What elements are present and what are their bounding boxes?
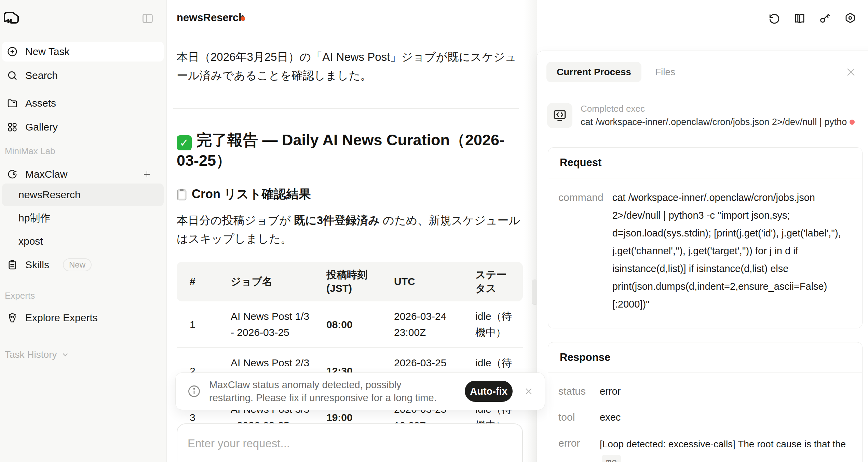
search-icon [7,70,18,81]
table-header-cell: 投稿時刻 (JST) [326,268,394,295]
table-cell: idle（待 機中） [475,308,523,340]
toast-close-icon[interactable] [524,387,533,396]
sidebar-item-label: New Task [25,46,70,57]
response-field-value: error [600,383,854,399]
process-panel: Current Process Files Completed exec cat… [537,51,868,462]
response-card: Response status error tool exec error [L… [548,342,863,462]
sidebar-item-label: Explore Experts [25,312,98,324]
error-status-dot [850,120,855,125]
sidebar-item-new-task[interactable]: New Task [2,42,164,62]
sidebar-item-label: newsReserch [18,189,81,201]
response-field-label: status [558,383,591,399]
sidebar: New Task Search Assets Gallery MiniMax L… [0,0,167,462]
claw-icon [7,169,18,180]
divider [173,108,519,109]
sidebar-item-assets[interactable]: Assets [2,93,164,113]
anomaly-toast: MaxClaw status anomaly detected, possibl… [175,372,545,410]
app-window: New Task Search Assets Gallery MiniMax L… [0,0,868,462]
panel-close-icon[interactable] [845,66,857,78]
sidebar-item-search[interactable]: Search [2,66,164,85]
grid-icon [7,122,18,133]
table-header-cell: ジョブ名 [231,275,326,288]
cron-subheading: Cron リスト確認結果 [177,186,311,203]
sidebar-item-label: Gallery [25,121,58,133]
auto-fix-button[interactable]: Auto-fix [465,381,513,402]
table-cell: 19:00 [326,409,394,425]
docs-book-icon[interactable] [794,12,806,25]
add-maxclaw-task-icon[interactable] [142,169,152,179]
bold-registered-count: 既に3件登録済み [294,214,380,227]
table-cell: 08:00 [326,316,394,332]
sidebar-collapse-icon[interactable] [141,12,154,25]
tab-current-process[interactable]: Current Process [546,62,641,82]
sidebar-item-hp[interactable]: hp制作 [2,207,164,229]
table-cell: 3 [177,409,231,425]
sidebar-item-label: hp制作 [18,211,50,225]
response-field-label: tool [558,409,591,425]
request-card: Request command cat /workspace-inner/.op… [548,147,863,328]
sidebar-item-newsreserch[interactable]: newsReserch [2,184,164,206]
table-header-row: # ジョブ名 投稿時刻 (JST) UTC ステー タス [177,262,523,301]
table-header-cell: UTC [394,275,475,288]
sidebar-item-maxclaw[interactable]: MaxClaw [2,164,164,185]
check-square-icon: ✓ [177,135,192,150]
table-cell: 2026-03-24 23:00Z [394,308,475,340]
sidebar-item-label: Assets [25,97,56,109]
table-header-cell: # [177,275,231,288]
settings-icon[interactable] [844,12,856,25]
sidebar-item-label: MaxClaw [25,168,67,180]
cron-table: # ジョブ名 投稿時刻 (JST) UTC ステー タス 1AI News Po… [177,262,523,441]
table-cell: 1 [177,316,231,332]
request-input[interactable] [177,423,523,462]
exec-status-label: Completed exec [581,104,855,114]
history-rotate-ccw-icon[interactable] [768,12,781,25]
task-history-label: Task History [5,349,57,360]
table-cell: AI News Post 1/3 - 2026-03-25 [231,308,326,340]
page-title: newsReserch [177,12,245,24]
sidebar-item-label: Search [25,70,58,81]
toast-message: MaxClaw status anomaly detected, possibl… [209,378,457,404]
terminal-monitor-icon [547,103,572,128]
response-card-title: Response [548,342,862,373]
sidebar-item-task-history[interactable]: Task History [5,349,70,360]
request-field-label: command [558,189,603,313]
sidebar-item-skills[interactable]: Skills New [2,255,164,275]
sidebar-section-experts: Experts [5,290,35,301]
request-field-value: cat /workspace-inner/.openclaw/cron/jobs… [612,189,854,313]
key-icon[interactable] [819,12,831,25]
response-field-value: exec [600,409,854,425]
request-card-title: Request [548,148,862,178]
panel-tabs: Current Process Files [546,62,857,82]
sidebar-item-xpost[interactable]: xpost [2,230,164,253]
chevron-down-icon [61,350,70,359]
header-toolbar [768,12,856,25]
sidebar-item-gallery[interactable]: Gallery [2,117,164,137]
table-body: 1AI News Post 1/3 - 2026-03-2508:002026-… [177,301,523,441]
inline-code: me [602,455,621,462]
tab-files[interactable]: Files [655,67,675,78]
table-row: 1AI News Post 1/3 - 2026-03-2508:002026-… [177,301,523,348]
table-header-cell: ステー タス [475,268,523,295]
owl-icon [7,312,18,323]
folder-icon [7,98,18,109]
exec-texts: Completed exec cat /workspace-inner/.ope… [581,104,855,127]
exec-command-preview: cat /workspace-inner/.openclaw/cron/jobs… [581,117,847,127]
response-error-label: error [558,435,591,462]
clipboard-emoji-icon [177,188,187,201]
status-dot [241,16,245,21]
sidebar-section-minimax-lab: MiniMax Lab [5,146,55,157]
info-icon [187,384,201,398]
plus-circle-icon [7,46,18,57]
minimax-logo-icon [3,12,19,24]
cron-paragraph: 本日分の投稿ジョブが 既に3件登録済み のため、新規スケジュールはスキップしまし… [177,211,524,248]
report-heading: ✓完了報告 — Daily AI News Curation（2026-03-2… [177,130,524,171]
sidebar-item-label: Skills [25,259,49,271]
exec-summary-item[interactable]: Completed exec cat /workspace-inner/.ope… [547,103,855,128]
response-error-value: [Loop detected: excessive-calls] The roo… [600,435,854,462]
chat-paragraph: 本日（2026年3月25日）の「AI News Post」ジョブが既にスケジュー… [177,48,524,85]
sidebar-item-explore-experts[interactable]: Explore Experts [2,308,164,328]
clipboard-icon [7,259,18,270]
new-badge: New [63,258,92,271]
sidebar-item-label: xpost [18,235,43,247]
